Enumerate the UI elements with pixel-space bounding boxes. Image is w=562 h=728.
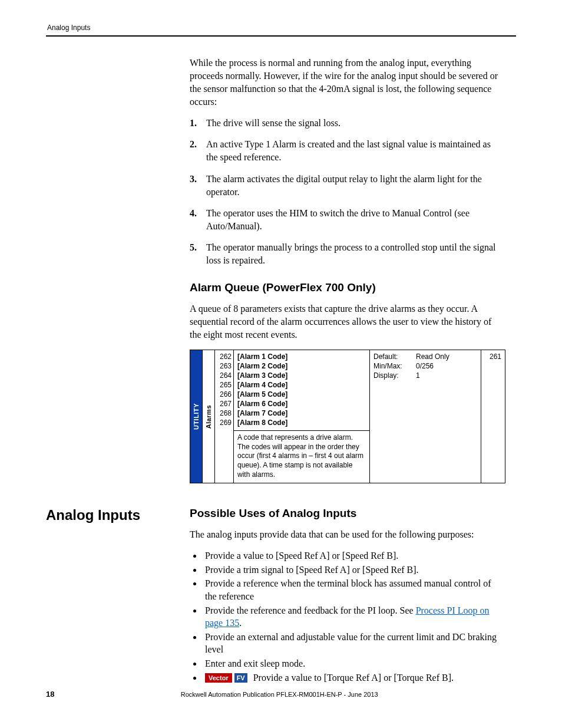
alarm-queue-paragraph: A queue of 8 parameters exists that capt… [190,302,501,341]
bullet-manual-ref: Provide a reference when the terminal bl… [203,577,501,602]
alarm-queue-table: UTILITY Alarms 262 263 264 265 266 267 2… [190,350,505,483]
possible-uses-list: Provide a value to [Speed Ref A] or [Spe… [190,549,501,684]
bullet-current-limit: Provide an external and adjustable value… [203,631,501,656]
fv-tag: FV [234,673,247,683]
analog-inputs-heading: Analog Inputs [46,507,190,523]
param-names: [Alarm 1 Code] [Alarm 2 Code] [Alarm 3 C… [234,350,370,483]
group-utility: UTILITY [190,350,203,483]
step-4: The operator uses the HIM to switch the … [190,207,501,233]
publication-id: Rockwell Automation Publication PFLEX-RM… [54,691,504,698]
page-footer: 18 Rockwell Automation Publication PFLEX… [46,690,516,699]
group-alarms: Alarms [203,350,215,483]
param-numbers: 262 263 264 265 266 267 268 269 [215,350,234,483]
page-number: 18 [46,690,54,699]
param-description: A code that represents a drive alarm. Th… [234,431,369,483]
sequence-list: The drive will sense the signal loss. An… [190,117,501,267]
alarm-queue-heading: Alarm Queue (PowerFlex 700 Only) [190,281,501,294]
step-2: An active Type 1 Alarm is created and th… [190,138,501,164]
intro-paragraph: While the process is normal and running … [190,57,501,108]
step-3: The alarm activates the digital output r… [190,173,501,199]
possible-uses-heading: Possible Uses of Analog Inputs [190,507,501,520]
possible-uses-lead: The analog inputs provide data that can … [190,528,501,541]
header-rule [46,35,516,37]
bullet-torque-ref: VectorFV Provide a value to [Torque Ref … [203,671,501,684]
param-meta-labels: Default: Min/Max: Display: [370,350,415,483]
param-meta-values: Read Only 0/256 1 [415,350,481,483]
param-related: 261 [481,350,505,483]
bullet-pi-loop: Provide the reference and feedback for t… [203,604,501,630]
bullet-speed-ref: Provide a value to [Speed Ref A] or [Spe… [203,549,501,562]
bullet-sleep-mode: Enter and exit sleep mode. [203,657,501,670]
vector-tag: Vector [205,673,232,683]
running-header: Analog Inputs [47,24,516,35]
step-5: The operator manually brings the process… [190,241,501,267]
step-1: The drive will sense the signal loss. [190,117,501,130]
bullet-trim-signal: Provide a trim signal to [Speed Ref A] o… [203,564,501,577]
